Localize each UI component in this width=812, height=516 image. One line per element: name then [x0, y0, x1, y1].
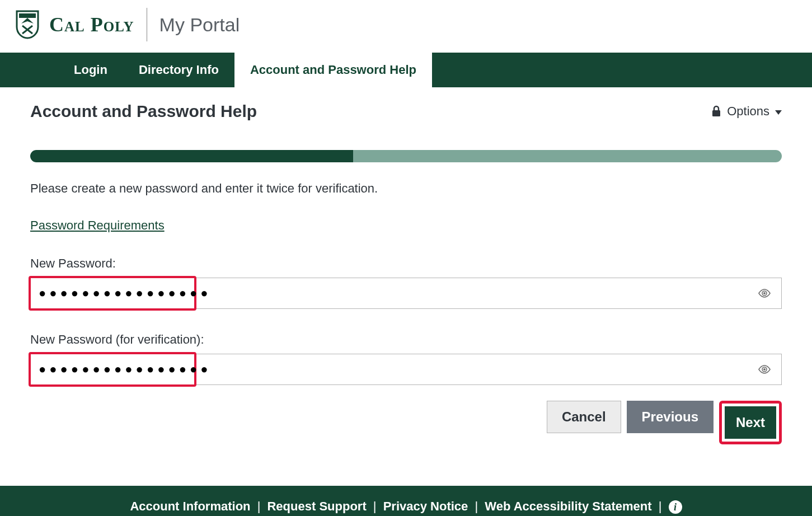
shield-logo-icon — [16, 10, 39, 39]
new-password-label: New Password: — [30, 256, 782, 271]
verify-password-label: New Password (for verification): — [30, 332, 782, 347]
caret-down-icon — [775, 110, 782, 115]
tab-directory-info[interactable]: Directory Info — [123, 53, 234, 87]
next-button[interactable]: Next — [725, 406, 776, 439]
eye-icon[interactable] — [758, 287, 771, 300]
page-content: Account and Password Help Options Please… — [0, 87, 812, 467]
tab-account-password-help[interactable]: Account and Password Help — [234, 53, 432, 87]
footer-link-privacy-notice[interactable]: Privacy Notice — [383, 499, 468, 513]
verify-password-input-wrap: ●●●●●●●●●●●●●●●● — [30, 354, 782, 385]
next-button-highlight: Next — [719, 401, 782, 444]
progress-fill — [30, 150, 353, 162]
options-label: Options — [727, 104, 769, 119]
field-new-password: New Password: ●●●●●●●●●●●●●●●● — [30, 256, 782, 309]
new-password-input-wrap: ●●●●●●●●●●●●●●●● — [30, 278, 782, 309]
action-row: Cancel Previous Next — [30, 401, 782, 444]
options-menu[interactable]: Options — [711, 104, 782, 119]
eye-icon[interactable] — [758, 363, 771, 376]
instruction-text: Please create a new password and enter i… — [30, 181, 782, 196]
footer-link-request-support[interactable]: Request Support — [267, 499, 366, 513]
page-title: Account and Password Help — [30, 102, 257, 121]
footer-link-accessibility[interactable]: Web Accessibility Statement — [485, 499, 651, 513]
lock-icon — [711, 105, 721, 118]
info-icon[interactable]: i — [669, 500, 682, 514]
field-verify-password: New Password (for verification): ●●●●●●●… — [30, 332, 782, 385]
new-password-input[interactable] — [31, 278, 781, 308]
footer-link-account-info[interactable]: Account Information — [130, 499, 250, 513]
footer: Account Information | Request Support | … — [0, 486, 812, 516]
brand-bar: Cal Poly My Portal — [0, 0, 812, 53]
cancel-button[interactable]: Cancel — [547, 401, 621, 433]
svg-point-2 — [763, 368, 766, 370]
verify-password-input[interactable] — [31, 354, 781, 384]
portal-name: My Portal — [159, 14, 240, 36]
divider-icon — [147, 8, 147, 41]
tab-login[interactable]: Login — [58, 53, 123, 87]
svg-point-1 — [763, 292, 766, 294]
nav-tabs: Login Directory Info Account and Passwor… — [0, 53, 812, 87]
svg-rect-0 — [712, 110, 720, 116]
progress-bar — [30, 150, 782, 162]
password-requirements-link[interactable]: Password Requirements — [30, 218, 165, 233]
previous-button[interactable]: Previous — [627, 401, 714, 433]
brand-wordmark: Cal Poly — [49, 13, 134, 36]
